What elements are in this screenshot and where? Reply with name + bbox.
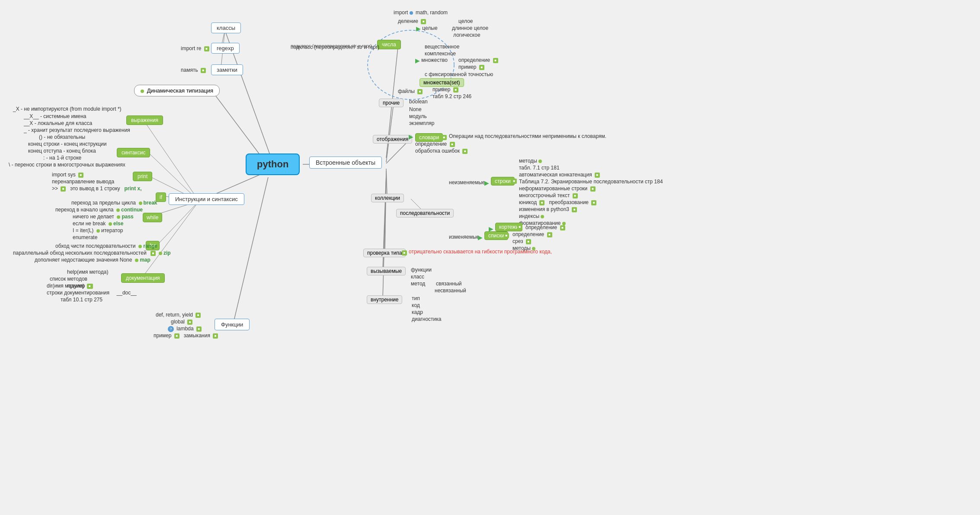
expr-text7: конец отступа - конец блока <box>28 148 96 154</box>
expr-text5: () - не обязательны <box>39 134 85 140</box>
str-py3: изменения в python3 ■ <box>519 206 577 212</box>
expressions-label: выражения <box>126 115 163 125</box>
if-text2: переход в начало цикла continue <box>55 207 143 213</box>
svg-line-10 <box>386 169 387 197</box>
func-text3: ? lambda ■ <box>168 326 202 332</box>
callable-method: метод <box>411 281 425 287</box>
print-redirect: перенаправление вывода <box>52 179 114 185</box>
str-concat: автоматическая конкатенация ■ <box>519 172 600 178</box>
documentation-node: документация <box>121 273 165 283</box>
print-node: print <box>133 172 152 181</box>
main-title: python <box>246 154 300 175</box>
documentation-label: документация <box>121 273 165 283</box>
builtin-node: Встроенные объекты <box>309 157 382 169</box>
tuples-def: определение ■ <box>525 224 565 230</box>
mappings-node: отображения <box>373 135 412 144</box>
expr-text8: : - на 1-й строке <box>43 155 81 161</box>
internal-code: код <box>412 302 420 308</box>
syntax-label: синтаксис <box>117 148 150 157</box>
numbers-import: import math, random <box>394 10 448 16</box>
internal-label: внутренние <box>367 295 402 304</box>
callable-node: вызываемые <box>367 267 406 275</box>
typecheck-desc: отрицательно сказывается на гибкости про… <box>409 249 552 255</box>
builtin-label: Встроенные объекты <box>309 157 382 169</box>
other-module: модуль <box>409 113 427 119</box>
integers-label: ▶ целые <box>416 25 438 32</box>
other-instance: экземпляр <box>409 120 434 126</box>
collections-node: коллекции <box>371 194 404 202</box>
expr-text3: __X - локальные для класса <box>24 120 92 126</box>
settype-node: множества(set) <box>420 78 464 87</box>
if-text1: переход за пределы цикла break <box>71 200 157 206</box>
str-escape: Таблица 7.2. Экранированные последовател… <box>519 179 663 185</box>
expr-text4: _ - хранит результат последнего выражени… <box>24 127 130 133</box>
while-label: while <box>143 213 162 222</box>
memory-node: заметки <box>211 64 243 75</box>
if-text4: если не break else <box>73 221 123 227</box>
dict-node: словари <box>415 133 443 142</box>
func-text1: def, return, yield ■ <box>156 312 201 318</box>
main-node: python <box>246 154 300 175</box>
internal-type: тип <box>412 295 420 301</box>
internal-node: внутренние <box>367 295 402 304</box>
dict-def: определение ■ <box>415 141 455 147</box>
syntax-node: синтаксис <box>117 148 150 157</box>
for-text2: параллельный обход нескольких последоват… <box>13 250 171 256</box>
numbers-division: деление ■ <box>398 18 426 24</box>
other-node: прочие <box>379 99 404 107</box>
lists-slice: срез ■ <box>512 238 531 244</box>
regexp-node: regexp <box>211 43 240 54</box>
callable-unbound: несвязанный <box>435 288 466 294</box>
dynamic-label: Динамическая типизация <box>134 85 220 96</box>
expr-text2: __X__ - системные имена <box>24 113 86 119</box>
dict-arrow: ▶ <box>409 133 413 140</box>
int-long: длинное целое <box>452 25 488 31</box>
strings-label: строки <box>491 177 515 186</box>
svg-line-21 <box>143 119 199 201</box>
if-text3: ничего не делает pass <box>73 214 134 220</box>
typecheck-label: проверка типа <box>363 249 406 257</box>
functions-label: Функции <box>215 319 250 330</box>
doc-text4: dir(имя модуля) ■ <box>47 283 92 289</box>
print-label: print <box>133 172 152 181</box>
int-logic: логическое <box>453 32 480 38</box>
strings-arrow: ▶ <box>484 179 489 186</box>
numbers-label: числа <box>377 40 401 49</box>
str-table: табл. 7.1 стр 181 <box>519 165 560 171</box>
dynamic-node: Динамическая типизация <box>134 85 220 96</box>
lists-arrow: ▶ <box>478 234 483 241</box>
other-label: прочие <box>379 99 404 107</box>
collections-label: коллекции <box>371 194 404 202</box>
lists-def: определение ■ <box>512 231 552 237</box>
str-unicode: юникод ■ преобразование ■ <box>519 199 596 205</box>
functions-node: Функции <box>215 319 250 330</box>
subclass-note: подкласс (переопределяет str и repr) <box>291 43 372 48</box>
other-boolean: boolean <box>409 99 428 105</box>
instructions-node: Инструкции и синтаксис <box>169 193 244 205</box>
print-redirect2: >> ■ это вывод в 1 строку print x, <box>52 186 142 192</box>
int-whole: целое <box>458 18 473 24</box>
svg-line-20 <box>158 201 199 244</box>
func-text2: global ■ <box>171 319 192 325</box>
svg-line-11 <box>385 171 386 252</box>
set-text: ▶ множество <box>415 57 448 64</box>
for-text3: дополняет недостающие значения None map <box>35 257 151 263</box>
regexp-label: regexp <box>211 43 240 54</box>
doc-text1: help(имя метода) <box>67 269 108 275</box>
internal-frame: кадр <box>412 309 423 315</box>
expr-text6: конец строки - конец инструкции <box>28 141 107 147</box>
for-text1: обход чисти последовательности range <box>55 243 157 249</box>
doc-text6: табл 10.1 стр 275 <box>61 297 102 303</box>
strings-node: строки <box>491 177 515 186</box>
if-text5: I = iter(L) итератор <box>73 227 123 234</box>
files-text: файлы ■ <box>398 88 423 94</box>
if-text6: enumerate <box>73 234 97 240</box>
dict-errors: обработка ошибок ■ <box>415 148 468 154</box>
internal-diag: диагностика <box>412 316 441 322</box>
files-table: табл 9.2 стр 246 <box>432 93 471 99</box>
other-none: None <box>409 106 422 112</box>
float-text: вещественное <box>425 44 459 50</box>
classes-label: классы <box>211 22 241 33</box>
memory-label: заметки <box>211 64 243 75</box>
doc-text5: строки документирования __doc__ <box>47 290 137 296</box>
